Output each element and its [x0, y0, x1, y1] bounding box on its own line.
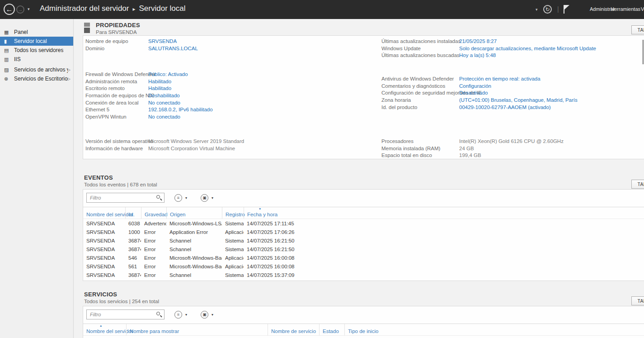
expand-arrow-icon[interactable]: ▷ — [68, 77, 71, 81]
sidebar-item[interactable]: ▥ IIS — [0, 55, 73, 64]
sidebar-item[interactable]: ▨ Servicios de archivos y... ▷ — [0, 65, 73, 74]
services-filter-input[interactable] — [86, 309, 165, 319]
property-value-link[interactable]: Público: Activado — [148, 71, 188, 77]
event-id: 1000 — [125, 228, 141, 236]
property-value-link[interactable]: Habilitado — [148, 86, 171, 91]
column-header-servidor[interactable]: Nombre del servidor — [83, 207, 125, 219]
column-header-id[interactable]: Id. — [125, 207, 141, 219]
property-value-link[interactable]: Solo descargar actualizaciones, mediante… — [459, 46, 596, 51]
property-value-link[interactable]: 21/05/2025 8:27 — [459, 38, 497, 44]
services-list-view-button[interactable]: ≡ ▾ — [174, 311, 187, 319]
column-header-tipo-inicio[interactable]: Tipo de inicio — [344, 324, 644, 336]
property-value-link[interactable]: Hoy a la(s) 5:48 — [459, 52, 496, 58]
column-header-nombre-servicio[interactable]: Nombre de servicio — [268, 324, 319, 336]
vertical-scrollbar-thumb[interactable] — [642, 40, 644, 64]
chevron-down-icon: ▾ — [185, 313, 187, 317]
property-value-link[interactable]: Habilitado — [148, 79, 171, 84]
event-server: SRVSENDA — [83, 262, 125, 271]
event-row[interactable]: SRVSENDA 36874 Error Schannel Sistema 14… — [83, 236, 644, 245]
property-value-link[interactable]: Configuración — [459, 83, 491, 89]
property-label: Ethernet 5 — [85, 106, 148, 114]
property-value-link[interactable]: 00429-10020-62797-AAOEM (activado) — [459, 105, 551, 110]
events-filter-row: ≡ ▾ ▣ ▾ — [86, 193, 213, 203]
menu-ver[interactable]: Ver — [641, 6, 644, 12]
events-header: EVENTOS Todos los eventos | 678 en total — [84, 174, 157, 187]
event-log: Aplicación — [222, 228, 244, 236]
event-id: 561 — [125, 262, 141, 271]
column-header-registro[interactable]: Registro — [222, 207, 244, 219]
event-datetime: 14/07/2025 16:00:08 — [244, 253, 644, 262]
event-source: Schannel — [166, 236, 222, 245]
property-label: Formación de equipos de NIC — [85, 92, 148, 100]
sidebar-item[interactable]: ▮ Servidor local — [0, 37, 73, 46]
breadcrumb-root[interactable]: Administrador del servidor — [40, 4, 129, 13]
event-row[interactable]: SRVSENDA 36874 Error Schannel Sistema 14… — [83, 245, 644, 253]
services-tasks-button[interactable]: TAREAS — [631, 296, 644, 305]
save-icon: ▣ — [201, 194, 208, 202]
event-log: Sistema — [222, 271, 244, 279]
expand-arrow-icon[interactable]: ▷ — [68, 68, 71, 72]
property-label: Espacio total en disco — [381, 152, 459, 159]
event-row[interactable]: SRVSENDA 1000 Error Application Error Ap… — [83, 228, 644, 236]
property-value-link[interactable]: No conectado — [148, 100, 180, 105]
properties-group-updates: Últimas actualizaciones instaladas21/05/… — [381, 38, 596, 59]
property-value: Microsoft Windows Server 2019 Standard — [148, 138, 244, 144]
column-header-label: Fecha y hora — [247, 212, 277, 217]
properties-tasks-button[interactable]: TAREAS — [631, 25, 644, 34]
services-save-query-button[interactable]: ▣ ▾ — [201, 311, 213, 319]
event-severity: Error — [141, 253, 166, 262]
column-header-estado[interactable]: Estado — [319, 324, 344, 336]
column-header-servidor[interactable]: ▲ Nombre del servidor — [83, 324, 126, 336]
property-label: Escritorio remoto — [85, 85, 148, 92]
property-label: Zona horaria — [381, 97, 459, 104]
property-row: OpenVPN WintunNo conectado — [85, 114, 213, 121]
sidebar-item[interactable]: ▤ Todos los servidores — [0, 46, 73, 55]
property-value-link[interactable]: (UTC+01:00) Bruselas, Copenhague, Madrid… — [459, 97, 578, 103]
column-header-origen[interactable]: Origen — [166, 207, 222, 219]
services-filter — [86, 309, 165, 319]
column-header-gravedad[interactable]: Gravedad — [141, 207, 166, 219]
event-log: Sistema — [222, 219, 244, 228]
events-filter-input[interactable] — [86, 193, 165, 203]
nav-history-chevron-down-icon[interactable]: ▾ — [28, 7, 30, 11]
forward-button[interactable]: → — [16, 5, 24, 14]
sidebar-item[interactable]: ⊗ Servicios de Escritorio r... ▷ — [0, 74, 73, 83]
sidebar-item-label: Servicios de archivos y... — [14, 67, 68, 73]
back-button[interactable]: ← — [4, 4, 15, 15]
event-row[interactable]: SRVSENDA 36874 Error Schannel Sistema 14… — [83, 271, 644, 279]
property-value-link[interactable]: SRVSENDA — [148, 38, 177, 44]
services-table: ▲ Nombre del servidor Nombre para mostra… — [83, 324, 644, 336]
property-value-link[interactable]: 192.168.0.2, IPv6 habilitado — [148, 107, 213, 112]
property-value-link[interactable]: Deshabilitado — [148, 93, 180, 98]
event-source: Application Error — [166, 228, 222, 236]
property-row: Versión del sistema operativoMicrosoft W… — [85, 138, 244, 145]
sidebar-item[interactable]: ▦ Panel — [0, 28, 73, 37]
property-value-link[interactable]: Desactivado — [459, 90, 488, 95]
topbar-divider: | — [557, 5, 559, 13]
event-id: 36874 — [125, 236, 141, 245]
event-row[interactable]: SRVSENDA 561 Error Microsoft-Windows-Bac… — [83, 262, 644, 271]
top-bar: ← → ▾ Administrador del servidor ▸ Servi… — [0, 0, 644, 19]
column-header-nombre-mostrar[interactable]: Nombre para mostrar — [126, 324, 268, 336]
menu-herramientas[interactable]: Herramientas — [611, 6, 640, 12]
breadcrumb-current[interactable]: Servidor local — [139, 4, 186, 13]
notifications-flag-icon[interactable] — [564, 5, 570, 14]
property-row: Últimas actualizaciones instaladas21/05/… — [381, 38, 596, 45]
events-list-view-button[interactable]: ≡ ▾ — [174, 194, 187, 202]
event-row[interactable]: SRVSENDA 6038 Advertencia Microsoft-Wind… — [83, 219, 644, 228]
property-value-link[interactable]: No conectado — [148, 114, 180, 119]
event-row[interactable]: SRVSENDA 546 Error Microsoft-Windows-Bac… — [83, 253, 644, 262]
column-header-fecha[interactable]: ▼ Fecha y hora — [244, 207, 644, 219]
event-server: SRVSENDA — [83, 253, 125, 262]
property-label: Configuración de seguridad mejorada de I… — [381, 90, 459, 97]
property-value: 199,4 GB — [459, 152, 481, 158]
chevron-down-icon: ▾ — [185, 196, 187, 200]
refresh-icon[interactable]: ↻ — [543, 5, 552, 14]
events-tasks-button[interactable]: TAREAS — [631, 180, 644, 189]
properties-title: PROPIEDADES — [96, 22, 140, 29]
refresh-chevron-down-icon[interactable]: ▾ — [536, 7, 538, 12]
property-value-link[interactable]: Protección en tiempo real: activada — [459, 76, 541, 81]
events-save-query-button[interactable]: ▣ ▾ — [201, 194, 213, 202]
property-value-link[interactable]: SALUTRANS.LOCAL — [148, 46, 198, 51]
property-row: Escritorio remotoHabilitado — [85, 85, 213, 92]
